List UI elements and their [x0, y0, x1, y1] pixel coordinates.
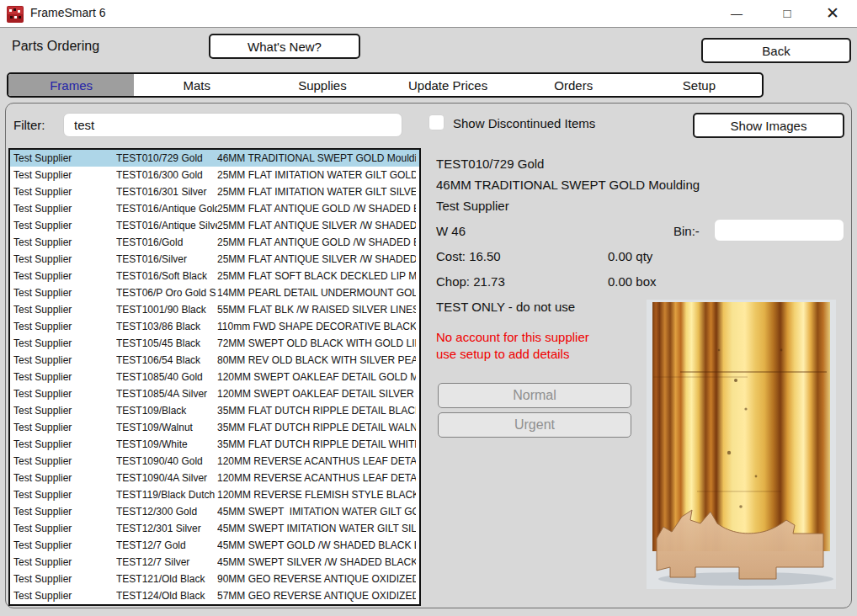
list-item-desc: 110mm FWD SHAPE DECORATIVE BLACK/GR	[217, 318, 416, 335]
list-item[interactable]: Test SupplierTEST106/54 Black80MM REV OL…	[10, 352, 419, 369]
list-item-code: TEST12/301 Silver	[116, 520, 217, 537]
minimize-button[interactable]: —	[717, 0, 756, 27]
detail-qty: 0.00 qty	[608, 249, 652, 263]
tab-supplies[interactable]: Supplies	[259, 74, 385, 96]
supplier-warning-line2: use setup to add details	[436, 347, 569, 361]
list-item-desc: 57MM GEO REVERSE ANTIQUE OXIDIZED BL	[217, 587, 416, 604]
show-images-button[interactable]: Show Images	[693, 113, 844, 138]
list-item-code: TEST124/Old Black	[116, 587, 217, 604]
list-item-desc: 45MM SWEPT IMITATION WATER GILT SILV	[217, 520, 416, 537]
list-item[interactable]: Test SupplierTEST016/300 Gold25MM FLAT I…	[10, 167, 419, 183]
list-item-supplier: Test Supplier	[10, 335, 116, 352]
list-item[interactable]: Test SupplierTEST109/Walnut35MM FLAT DUT…	[10, 419, 419, 436]
list-item-code: TEST016/300 Gold	[116, 167, 217, 183]
tab-frames[interactable]: Frames	[8, 74, 134, 96]
supplier-warning-line1: No account for this supplier	[436, 330, 589, 344]
back-button[interactable]: Back	[701, 38, 851, 63]
detail-supplier: Test Supplier	[436, 199, 509, 213]
list-item-code: TEST016/Antique Silver	[116, 217, 217, 234]
list-item-code: TEST1085/4A Silver	[116, 385, 217, 402]
list-item-desc: 120MM REVERSE FLEMISH STYLE BLACK Mo	[217, 486, 416, 503]
detail-box: 0.00 box	[608, 274, 657, 289]
tab-update-prices[interactable]: Update Prices	[386, 74, 511, 96]
list-item-code: TEST105/45 Black	[116, 335, 217, 352]
list-item-supplier: Test Supplier	[10, 402, 116, 419]
list-item-desc: 72MM SWEPT OLD BLACK WITH GOLD LIP M	[217, 335, 416, 352]
list-item-supplier: Test Supplier	[10, 486, 116, 503]
filter-input[interactable]	[63, 113, 402, 137]
detail-code: TEST010/729 Gold	[436, 157, 544, 171]
list-item[interactable]: Test SupplierTEST119/Black Dutch120MM RE…	[10, 486, 419, 503]
list-item-code: TEST016/301 Silver	[116, 183, 217, 200]
list-item-desc: 45MM SWEPT SILVER /W SHADED BLACK LI	[217, 554, 416, 571]
whats-new-button[interactable]: What's New?	[209, 34, 360, 59]
list-item-code: TEST016/Gold	[116, 234, 217, 251]
normal-order-button[interactable]: Normal	[438, 383, 631, 408]
list-item[interactable]: Test SupplierTEST010/729 Gold46MM TRADIT…	[10, 150, 419, 167]
close-button[interactable]: ✕	[813, 0, 852, 27]
list-item-supplier: Test Supplier	[10, 167, 116, 183]
tab-setup[interactable]: Setup	[636, 74, 762, 96]
tab-orders[interactable]: Orders	[511, 74, 636, 96]
urgent-order-button[interactable]: Urgent	[438, 412, 631, 438]
list-item[interactable]: Test SupplierTEST121/Old Black90MM GEO R…	[10, 571, 419, 587]
list-item-code: TEST06/P Oro Gold S	[116, 284, 217, 301]
bin-input[interactable]	[714, 219, 844, 242]
list-item[interactable]: Test SupplierTEST12/300 Gold45MM SWEPT I…	[10, 503, 419, 520]
list-item-supplier: Test Supplier	[10, 419, 116, 436]
list-item-desc: 46MM TRADITIONAL SWEPT GOLD Moulding	[217, 150, 416, 167]
list-item-code: TEST1090/40 Gold	[116, 453, 217, 470]
list-item-desc: 25MM FLAT IMITATION WATER GILT GOLD M	[217, 167, 416, 183]
list-item-code: TEST109/Walnut	[116, 419, 217, 436]
list-item[interactable]: Test SupplierTEST1085/40 Gold120MM SWEPT…	[10, 369, 419, 385]
list-item-supplier: Test Supplier	[10, 268, 116, 284]
list-item-supplier: Test Supplier	[10, 436, 116, 453]
list-item-desc: 80MM REV OLD BLACK WITH SILVER PEARL	[217, 352, 416, 369]
list-item-desc: 120MM SWEPT OAKLEAF DETAIL SILVER Mo	[217, 385, 416, 402]
list-item[interactable]: Test SupplierTEST016/Soft Black25MM FLAT…	[10, 268, 419, 284]
list-item[interactable]: Test SupplierTEST105/45 Black72MM SWEPT …	[10, 335, 419, 352]
maximize-button[interactable]: □	[768, 0, 806, 27]
list-item[interactable]: Test SupplierTEST12/7 Gold45MM SWEPT GOL…	[10, 537, 419, 554]
page-title: Parts Ordering	[12, 39, 99, 54]
list-item[interactable]: Test SupplierTEST016/301 Silver25MM FLAT…	[10, 183, 419, 200]
list-item[interactable]: Test SupplierTEST109/Black35MM FLAT DUTC…	[10, 402, 419, 419]
list-item-code: TEST016/Silver	[116, 251, 217, 268]
list-item-code: TEST12/300 Gold	[116, 503, 217, 520]
list-item-code: TEST016/Soft Black	[116, 268, 217, 284]
list-item[interactable]: Test SupplierTEST12/7 Silver45MM SWEPT S…	[10, 554, 419, 571]
list-item[interactable]: Test SupplierTEST1090/40 Gold120MM REVER…	[10, 453, 419, 470]
list-item[interactable]: Test SupplierTEST103/86 Black110mm FWD S…	[10, 318, 419, 335]
list-item[interactable]: Test SupplierTEST1085/4A Silver120MM SWE…	[10, 385, 419, 402]
tab-mats[interactable]: Mats	[134, 74, 259, 96]
list-item[interactable]: Test SupplierTEST06/P Oro Gold S14MM PEA…	[10, 284, 419, 301]
frame-list[interactable]: Test SupplierTEST010/729 Gold46MM TRADIT…	[8, 148, 421, 606]
list-item-desc: 90MM GEO REVERSE ANTIQUE OXIDIZEDBLA	[217, 571, 416, 587]
list-item-code: TEST12/7 Silver	[116, 554, 217, 571]
detail-cost: Cost: 16.50	[436, 249, 501, 263]
show-discontinued-checkbox[interactable]	[428, 114, 444, 130]
list-item-desc: 35MM FLAT DUTCH RIPPLE DETAIL BLACK M	[217, 402, 416, 419]
list-item-supplier: Test Supplier	[10, 369, 116, 385]
list-item[interactable]: Test SupplierTEST1090/4A Silver120MM REV…	[10, 470, 419, 486]
list-item[interactable]: Test SupplierTEST016/Silver25MM FLAT ANT…	[10, 251, 419, 268]
list-item-code: TEST103/86 Black	[116, 318, 217, 335]
list-item-supplier: Test Supplier	[10, 385, 116, 402]
list-item[interactable]: Test SupplierTEST109/White35MM FLAT DUTC…	[10, 436, 419, 453]
list-item-desc: 25MM FLAT ANTIQUE GOLD /W SHADED BLA	[217, 234, 416, 251]
list-item[interactable]: Test SupplierTEST016/Antique Gold25MM FL…	[10, 200, 419, 217]
app-window: FrameSmart 6 — □ ✕ Parts Ordering What's…	[0, 0, 857, 616]
list-item-desc: 120MM SWEPT OAKLEAF DETAIL GOLD Mou	[217, 369, 416, 385]
list-item-code: TEST119/Black Dutch	[116, 486, 217, 503]
list-item[interactable]: Test SupplierTEST016/Gold25MM FLAT ANTIQ…	[10, 234, 419, 251]
list-item-desc: 25MM FLAT ANTIQUE GOLD /W SHADED BLA	[217, 200, 416, 217]
list-item-desc: 120MM REVERSE ACANTHUS LEAF DETAIL G	[217, 453, 416, 470]
list-item-supplier: Test Supplier	[10, 520, 116, 537]
list-item[interactable]: Test SupplierTEST124/Old Black57MM GEO R…	[10, 587, 419, 604]
list-item-code: TEST016/Antique Gold	[116, 200, 217, 217]
list-item[interactable]: Test SupplierTEST016/Antique Silver25MM …	[10, 217, 419, 234]
list-item-supplier: Test Supplier	[10, 234, 116, 251]
list-item[interactable]: Test SupplierTEST1001/90 Black55MM FLAT …	[10, 301, 419, 318]
list-item-supplier: Test Supplier	[10, 537, 116, 554]
list-item[interactable]: Test SupplierTEST12/301 Silver45MM SWEPT…	[10, 520, 419, 537]
